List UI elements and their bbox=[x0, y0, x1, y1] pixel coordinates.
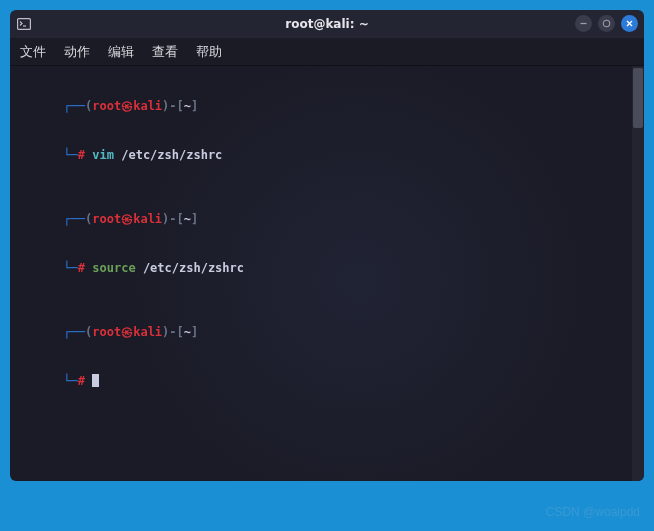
cmd-arg: /etc/zsh/zshrc bbox=[143, 261, 244, 275]
minimize-button[interactable] bbox=[575, 15, 592, 32]
menu-file[interactable]: 文件 bbox=[20, 43, 46, 61]
prompt-close-user: )-[ bbox=[162, 99, 184, 113]
prompt-symbol: ㉿ bbox=[121, 99, 133, 113]
prompt-char: # bbox=[78, 148, 85, 162]
prompt-user: root bbox=[92, 99, 121, 113]
prompt-close-bracket: ] bbox=[191, 99, 198, 113]
window-title: root@kali: ~ bbox=[10, 17, 644, 31]
cmd-name: vim bbox=[92, 148, 114, 162]
titlebar: root@kali: ~ bbox=[10, 10, 644, 38]
menu-edit[interactable]: 编辑 bbox=[108, 43, 134, 61]
svg-rect-0 bbox=[18, 19, 31, 30]
menu-help[interactable]: 帮助 bbox=[196, 43, 222, 61]
cmd-name: source bbox=[92, 261, 135, 275]
cursor bbox=[92, 374, 99, 387]
history-entry: ┌──(root㉿kali)-[~] └─# source /etc/zsh/z… bbox=[20, 195, 634, 292]
prompt-host: kali bbox=[133, 99, 162, 113]
maximize-button[interactable] bbox=[598, 15, 615, 32]
prompt-cwd: ~ bbox=[184, 99, 191, 113]
history-entry: ┌──(root㉿kali)-[~] └─# vim /etc/zsh/zshr… bbox=[20, 82, 634, 179]
cmd-arg: /etc/zsh/zshrc bbox=[121, 148, 222, 162]
window-controls bbox=[575, 15, 638, 32]
current-prompt: ┌──(root㉿kali)-[~] └─# bbox=[20, 308, 634, 405]
watermark: CSDN @woaipdd bbox=[546, 505, 640, 519]
scrollbar-thumb[interactable] bbox=[633, 68, 643, 128]
terminal-body[interactable]: ┌──(root㉿kali)-[~] └─# vim /etc/zsh/zshr… bbox=[10, 66, 644, 481]
menu-view[interactable]: 查看 bbox=[152, 43, 178, 61]
svg-point-1 bbox=[603, 20, 609, 26]
terminal-app-icon bbox=[10, 18, 38, 30]
menu-action[interactable]: 动作 bbox=[64, 43, 90, 61]
scrollbar[interactable] bbox=[632, 66, 644, 481]
menubar: 文件 动作 编辑 查看 帮助 bbox=[10, 38, 644, 66]
close-button[interactable] bbox=[621, 15, 638, 32]
